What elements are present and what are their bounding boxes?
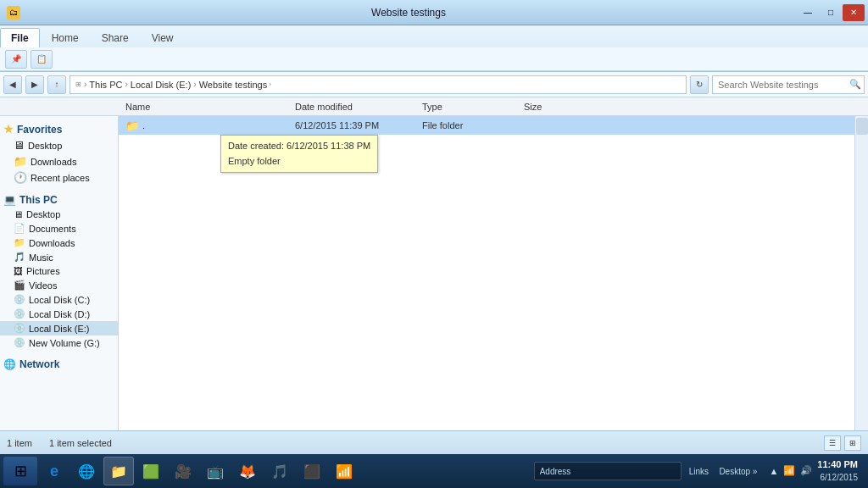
folder-icon: 📁 — [125, 119, 139, 132]
search-input[interactable] — [712, 75, 865, 94]
detail-view-button[interactable]: ☰ — [824, 435, 841, 451]
file-name-text: . — [142, 120, 145, 130]
tray-network: 📶 — [783, 465, 795, 476]
maximize-button[interactable]: □ — [820, 4, 842, 21]
clock-time: 11:40 PM — [817, 458, 858, 471]
breadcrumb-localdisk[interactable]: Local Disk (E:) — [131, 80, 192, 90]
taskbar-media[interactable]: 🎵 — [264, 457, 295, 485]
sidebar-item-locale[interactable]: 💿 Local Disk (E:) — [0, 321, 118, 336]
scrollbar-thumb[interactable] — [856, 118, 868, 135]
taskbar-terminal[interactable]: ⬛ — [297, 457, 327, 485]
tile-view-button[interactable]: ⊞ — [844, 435, 861, 451]
breadcrumb-thispc[interactable]: This PC — [89, 80, 122, 90]
tray-sound: 🔊 — [800, 465, 812, 476]
taskbar-app6[interactable]: 📺 — [200, 457, 231, 485]
start-button[interactable]: ⊞ — [3, 457, 37, 485]
minimize-button[interactable]: — — [797, 4, 819, 21]
system-clock[interactable]: 11:40 PM 6/12/2015 — [817, 458, 858, 483]
item-count: 1 item — [7, 438, 32, 448]
taskbar-desktop-btn[interactable]: Desktop » — [715, 457, 760, 485]
sidebar-item-label: Downloads — [29, 238, 75, 248]
taskbar-firefox[interactable]: 🦊 — [232, 457, 263, 485]
taskbar: ⊞ e 🌐 📁 🟩 🎥 📺 🦊 🎵 ⬛ 📶 Address Links Desk… — [0, 454, 868, 488]
forward-button[interactable]: ▶ — [25, 75, 44, 94]
taskbar-chrome[interactable]: 🌐 — [71, 457, 102, 485]
tab-share[interactable]: Share — [91, 28, 140, 47]
view-icons: ☰ ⊞ — [824, 435, 861, 451]
recentplaces-icon: 🕐 — [14, 171, 27, 184]
address-path[interactable]: ⊞ › This PC › Local Disk (E:) › Website … — [70, 75, 687, 94]
back-button[interactable]: ◀ — [3, 75, 22, 94]
tab-file[interactable]: File — [0, 28, 40, 47]
breadcrumb-websitetestings[interactable]: Website testings — [199, 80, 268, 90]
videos-icon: 🎬 — [14, 280, 25, 291]
table-row[interactable]: 📁 . 6/12/2015 11:39 PM File folder — [119, 116, 854, 135]
documents-icon: 📄 — [14, 223, 25, 234]
taskbar-ie[interactable]: e — [39, 457, 70, 485]
sidebar-item-documents[interactable]: 📄 Documents — [0, 221, 118, 236]
search-wrap: 🔍 — [712, 75, 865, 94]
start-icon: ⊞ — [14, 462, 27, 480]
window-icon-yellow: 🗂 — [7, 6, 20, 19]
content-and-scroll: ★ Favorites 🖥 Desktop 📁 Downloads 🕐 Rece… — [0, 116, 868, 431]
window-controls: — □ ✕ — [797, 4, 865, 21]
sidebar-item-label: New Volume (G:) — [29, 338, 100, 348]
sidebar-item-pictures[interactable]: 🖼 Pictures — [0, 264, 118, 278]
col-header-size[interactable]: Size — [517, 102, 585, 112]
col-header-type[interactable]: Type — [415, 102, 517, 112]
sidebar-item-recentplaces[interactable]: 🕐 Recent places — [0, 169, 118, 186]
taskbar-app4[interactable]: 🟩 — [136, 457, 166, 485]
sidebar-item-label: Downloads — [31, 157, 76, 167]
sidebar-item-label: Desktop — [28, 141, 62, 151]
pin-button[interactable]: 📌 — [5, 50, 27, 69]
thispc-label: This PC — [19, 194, 58, 206]
tab-home[interactable]: Home — [41, 28, 90, 47]
sidebar-item-localc[interactable]: 💿 Local Disk (C:) — [0, 292, 118, 307]
col-header-date[interactable]: Date modified — [288, 102, 415, 112]
sidebar-item-desktop-fav[interactable]: 🖥 Desktop — [0, 137, 118, 153]
taskbar-address-input[interactable] — [574, 467, 676, 476]
taskbar-explorer[interactable]: 📁 — [103, 457, 134, 485]
sidebar-item-label: Pictures — [26, 266, 60, 276]
sidebar-item-videos[interactable]: 🎬 Videos — [0, 278, 118, 292]
refresh-button[interactable]: ↻ — [690, 75, 709, 94]
newvolume-icon: 💿 — [14, 337, 25, 348]
tooltip: Date created: 6/12/2015 11:38 PM Empty f… — [220, 135, 378, 173]
content-area: Name Date modified Type Size ★ Favorites… — [0, 97, 868, 431]
sidebar-item-desktop-pc[interactable]: 🖥 Desktop — [0, 208, 118, 221]
sidebar-item-label: Music — [29, 252, 53, 263]
localc-icon: 💿 — [14, 294, 25, 305]
sidebar-item-downloads-pc[interactable]: 📁 Downloads — [0, 236, 118, 250]
up-button[interactable]: ↑ — [47, 75, 66, 94]
ribbon-tabs: File Home Share View — [0, 25, 868, 47]
file-content: 📁 . 6/12/2015 11:39 PM File folder Date … — [119, 116, 854, 431]
sidebar-item-downloads-fav[interactable]: 📁 Downloads — [0, 153, 118, 169]
window-title: Website testings — [20, 7, 797, 19]
ribbon-toolbar: 📌 📋 — [0, 47, 868, 71]
sidebar-item-music[interactable]: 🎵 Music — [0, 250, 118, 264]
network-section[interactable]: 🌐 Network — [0, 355, 118, 372]
pictures-icon: 🖼 — [14, 266, 23, 276]
sidebar-item-locald[interactable]: 💿 Local Disk (D:) — [0, 307, 118, 321]
sidebar-item-newvolume[interactable]: 💿 New Volume (G:) — [0, 336, 118, 350]
home-icon: ⊞ — [75, 80, 81, 88]
favorites-icon: ★ — [3, 123, 14, 136]
tab-view[interactable]: View — [141, 28, 185, 47]
search-icon[interactable]: 🔍 — [849, 79, 861, 90]
close-button[interactable]: ✕ — [843, 4, 865, 21]
taskbar-app10[interactable]: 📶 — [329, 457, 359, 485]
copy-path-button[interactable]: 📋 — [31, 50, 53, 69]
col-header-name[interactable]: Name — [119, 102, 288, 112]
sidebar-item-label: Local Disk (D:) — [29, 309, 90, 319]
sidebar-item-label: Local Disk (E:) — [29, 324, 90, 334]
scrollbar[interactable] — [854, 116, 868, 431]
taskbar-app5[interactable]: 🎥 — [168, 457, 198, 485]
tooltip-line1: Date created: 6/12/2015 11:38 PM — [228, 139, 370, 154]
selected-count: 1 item selected — [49, 438, 112, 448]
desktop-fav-icon: 🖥 — [14, 139, 25, 152]
taskbar-address-bar: Address — [534, 462, 682, 480]
tray-icons: ▲ — [769, 466, 778, 476]
favorites-section[interactable]: ★ Favorites — [0, 119, 118, 137]
thispc-section[interactable]: 💻 This PC — [0, 191, 118, 208]
sidebar-item-label: Desktop — [26, 209, 60, 219]
